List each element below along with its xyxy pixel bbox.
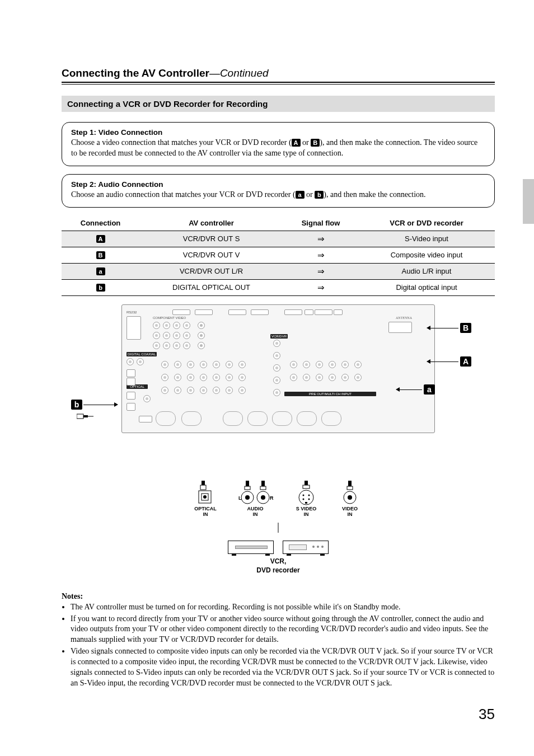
antenna-block: [388, 322, 412, 333]
label-vcrdvr: VCR/DVR: [270, 334, 288, 339]
label-component: COMPONENT VIDEO: [153, 316, 186, 320]
th-controller: AV controller: [139, 215, 283, 231]
notes-list: The AV controller must be turned on for …: [62, 602, 495, 689]
row-marker: B: [96, 251, 105, 259]
list-item: If you want to record directly from your…: [71, 614, 495, 646]
hdmi-slot: [315, 309, 332, 315]
vcr-caption: VCR, DVD recorder: [62, 557, 495, 575]
label-digcoax: DIGITAL COAXIAL: [127, 352, 157, 356]
row-controller: VCR/DVR OUT S: [139, 231, 283, 247]
th-flow: Signal flow: [283, 215, 358, 231]
th-recorder: VCR or DVD recorder: [358, 215, 495, 231]
label: IN: [253, 511, 258, 517]
svg-rect-9: [261, 481, 265, 486]
svg-point-13: [245, 495, 250, 500]
port-svideo: S VIDEO IN: [294, 481, 318, 518]
connection-table: Connection AV controller Signal flow VCR…: [62, 215, 495, 296]
row-marker: b: [96, 284, 105, 292]
list-item: Video signals connected to composite vid…: [71, 646, 495, 689]
balanced-jack: [181, 411, 202, 426]
section-header: Connecting a VCR or DVD Recorder for Rec…: [62, 96, 495, 112]
optical-icon: [194, 481, 217, 506]
arrow-left-icon: [396, 387, 400, 392]
rs232-port: [127, 316, 141, 340]
title-text: Connecting the AV Controller: [62, 67, 209, 79]
label: IN: [348, 511, 353, 517]
step-box-2: Step 2: Audio Connection Choose an audio…: [62, 174, 495, 208]
label: IN: [203, 511, 208, 517]
port-icons-row: OPTICAL IN L R AUDIO IN: [62, 481, 495, 518]
marker-A: A: [292, 139, 301, 147]
step2-post: ), and then make the connection.: [324, 190, 425, 199]
svg-rect-3: [202, 481, 205, 485]
vcr-unit-icon: [228, 541, 274, 554]
label: AUDIO: [247, 506, 264, 511]
marker-B: B: [311, 139, 320, 147]
callout-A: A: [460, 356, 471, 367]
optical-port: [127, 392, 135, 400]
svg-point-24: [308, 498, 310, 500]
caption-line2: DVD recorder: [256, 566, 299, 574]
rear-panel-diagram: RS232 COMPONENT VIDEO DIGITAL COAXIAL: [88, 302, 469, 458]
svg-rect-11: [260, 486, 266, 490]
svg-text:L: L: [238, 495, 242, 501]
callout-B: B: [460, 323, 471, 333]
svg-point-29: [348, 495, 352, 500]
gnd-jack: [143, 395, 151, 402]
svg-point-22: [308, 494, 310, 496]
step1-body: Choose a video connection that matches y…: [71, 138, 485, 159]
svg-rect-26: [348, 481, 352, 486]
callout-line-B: [430, 328, 458, 328]
table-row: B VCR/DVR OUT V ⇒ Composite video input: [62, 247, 495, 263]
balanced-row: [156, 411, 202, 426]
page-number: 35: [62, 706, 495, 723]
hdmi-slot: [228, 309, 246, 315]
svg-rect-0: [77, 414, 83, 419]
port-optical: OPTICAL IN: [194, 481, 217, 518]
svg-rect-1: [83, 415, 88, 417]
svg-rect-8: [246, 481, 249, 486]
video-icon: [338, 481, 362, 506]
optical-port: [127, 378, 135, 386]
port-audio: L R AUDIO IN: [236, 481, 275, 518]
component-jacks: [153, 322, 190, 349]
arrow-right-icon: [114, 402, 118, 407]
row-rec: Digital optical input: [358, 279, 495, 295]
svg-rect-10: [245, 486, 250, 490]
callout-b: b: [71, 400, 82, 410]
step2-body: Choose an audio connection that matches …: [71, 190, 485, 200]
table-row: A VCR/DVR OUT S ⇒ S-Video input: [62, 231, 495, 247]
title-continued: —Continued: [209, 67, 269, 79]
step1-mid: or: [301, 138, 311, 147]
port-video: VIDEO IN: [338, 481, 362, 518]
optical-plug-icon: [77, 411, 93, 422]
optical-port: [127, 369, 135, 377]
optical-out-port: [127, 403, 135, 411]
label-rs232: RS232: [127, 311, 137, 314]
row-arrow: ⇒: [283, 247, 358, 263]
aux-slot: [139, 416, 152, 422]
coax-jacks: [127, 358, 144, 365]
audio-jacks-right: [290, 361, 364, 384]
hdmi-slot: [172, 309, 190, 315]
svg-point-15: [261, 495, 265, 500]
table-row: a VCR/DVR OUT L/R ⇒ Audio L/R input: [62, 263, 495, 279]
row-rec: Composite video input: [358, 247, 495, 263]
callout-line-a: [400, 389, 422, 390]
caption-line1: VCR,: [270, 557, 287, 565]
hdmi-slot: [334, 309, 343, 315]
callout-a: a: [424, 384, 435, 395]
th-connection: Connection: [62, 215, 139, 231]
svg-rect-4: [200, 485, 206, 490]
svg-point-23: [303, 498, 305, 500]
svg-rect-19: [303, 485, 310, 489]
row-arrow: ⇒: [283, 279, 358, 295]
balanced-jack: [156, 411, 176, 426]
row-arrow: ⇒: [283, 263, 358, 279]
side-tab: [523, 179, 534, 224]
svg-point-21: [303, 494, 305, 496]
svg-rect-18: [305, 481, 308, 485]
page-title: Connecting the AV Controller—Continued: [62, 67, 495, 79]
label: OPTICAL: [194, 506, 217, 511]
callout-line-b: [83, 405, 114, 405]
